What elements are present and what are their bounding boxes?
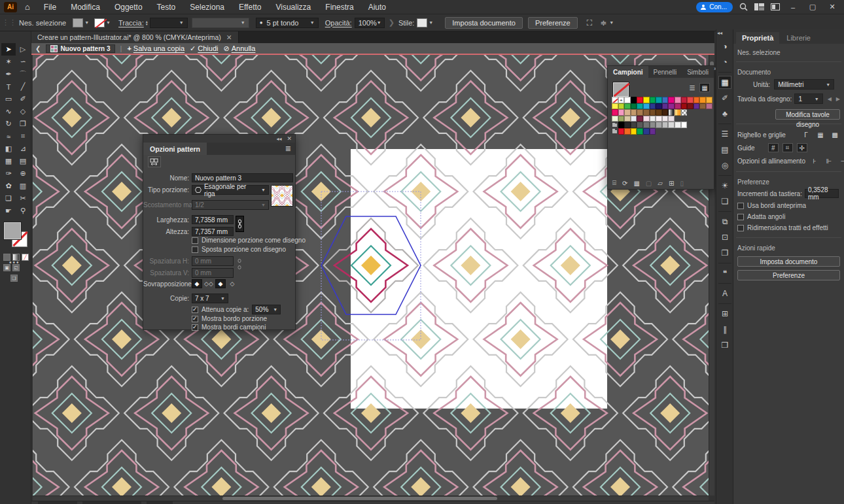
overflow-chevron[interactable]: ❯ <box>389 18 395 27</box>
slice-tool[interactable]: ✂ <box>16 192 30 205</box>
swatch[interactable] <box>618 103 625 110</box>
swatch[interactable] <box>631 103 637 110</box>
document-setup-button[interactable]: Imposta documento <box>737 256 840 267</box>
swatch[interactable] <box>675 103 681 110</box>
horizontal-scrollbar[interactable] <box>33 496 709 501</box>
pattern-tile-tool-button[interactable] <box>148 156 161 167</box>
opacity-field[interactable]: 100%▼ <box>355 18 385 28</box>
width-profile-dropdown[interactable]: ▼ <box>192 18 249 28</box>
fill-color-control[interactable]: ▼ <box>73 18 89 27</box>
pattern-options-tab[interactable]: Opzioni pattern <box>143 143 207 155</box>
eraser-tool[interactable]: ◇ <box>16 105 30 118</box>
gradient-tool[interactable]: ▤ <box>16 155 30 167</box>
free-transform-tool[interactable]: ⌗ <box>16 130 30 143</box>
curvature-tool[interactable]: ⌒ <box>16 68 30 80</box>
tile-type-dropdown[interactable]: Esagonale per riga▼ <box>192 185 269 195</box>
comments-panel-icon[interactable]: ❝ <box>718 267 731 280</box>
swatch[interactable] <box>662 122 669 128</box>
overlap-right-in-front-button[interactable]: ◇◇ <box>203 279 214 288</box>
done-link[interactable]: ✓Chiudi <box>190 44 218 53</box>
overlap-left-in-front-button[interactable]: ◆ <box>192 279 202 288</box>
hand-tool[interactable]: ☛ <box>1 205 16 217</box>
rotate-tool[interactable]: ↻ <box>1 118 16 130</box>
panel-menu-icon[interactable]: ≣ <box>285 144 295 153</box>
shaper-tool[interactable]: ∿ <box>1 105 16 118</box>
graphic-styles-panel-icon[interactable]: ❏ <box>718 195 731 208</box>
new-swatch-icon[interactable]: ⊞ <box>669 180 674 187</box>
horizontal-scroll-thumb[interactable] <box>222 497 497 500</box>
preferences-button[interactable]: Preferenze <box>737 270 840 280</box>
drag-handle[interactable]: ⋮⋮ <box>2 18 16 27</box>
swatch[interactable] <box>650 128 656 135</box>
share-button[interactable]: Con... <box>696 2 733 12</box>
swatch[interactable] <box>643 128 650 135</box>
swatch[interactable] <box>643 103 650 110</box>
show-transparency-grid-icon[interactable]: ▩ <box>830 130 840 139</box>
scale-strokes-effects-checkbox[interactable] <box>737 225 744 231</box>
swatch-pattern[interactable] <box>637 116 643 122</box>
swatch-none[interactable] <box>612 97 618 103</box>
swatch[interactable] <box>668 103 675 110</box>
swatch-gradient[interactable] <box>675 109 681 116</box>
layers-panel-icon[interactable]: ⧉ <box>718 215 731 228</box>
swatch[interactable] <box>706 103 712 110</box>
eyedropper-tool[interactable]: ✑ <box>1 167 16 180</box>
list-view-icon[interactable]: ☰ <box>687 83 697 92</box>
zoom-tool[interactable]: ⚲ <box>16 205 30 217</box>
blend-tool[interactable]: ⊕ <box>16 167 30 180</box>
swatch-pattern[interactable] <box>612 116 618 122</box>
collapse-panel-icon[interactable]: ◂◂ <box>276 136 281 142</box>
minimize-button[interactable]: – <box>786 3 800 11</box>
symbol-sprayer-tool[interactable]: ✿ <box>1 180 16 192</box>
swatch[interactable] <box>631 109 637 116</box>
pathfinder-panel-icon[interactable]: ❒ <box>718 339 731 352</box>
lasso-tool[interactable]: ∽ <box>16 56 30 68</box>
swatch-gradient[interactable] <box>668 109 675 116</box>
paintbrush-tool[interactable]: ✐ <box>16 93 30 105</box>
stroke-weight-stepper[interactable]: ▲▼ <box>145 20 149 25</box>
swatch[interactable] <box>624 128 631 135</box>
swatch[interactable] <box>637 103 643 110</box>
units-dropdown[interactable]: Millimetri▼ <box>774 79 834 90</box>
snap-grid-icon[interactable]: ⊦ <box>809 156 820 165</box>
document-tab[interactable]: Creare un pattern-Illustrator.ai* @ 800 … <box>31 31 239 43</box>
swatch[interactable] <box>631 122 637 128</box>
swatch[interactable] <box>650 109 656 116</box>
swatch[interactable] <box>662 109 669 116</box>
swatch[interactable] <box>643 109 650 116</box>
smart-guides-icon[interactable]: ✢ <box>797 143 807 152</box>
show-rulers-icon[interactable]: Γ <box>801 130 811 139</box>
color-guide-panel-icon[interactable]: ◔ <box>718 56 731 69</box>
magic-wand-tool[interactable]: ✶ <box>1 56 16 68</box>
edit-toolbar-button[interactable]: ••• <box>9 259 20 266</box>
swatch[interactable] <box>618 122 625 128</box>
swatch[interactable] <box>637 97 643 103</box>
swatch[interactable] <box>612 103 618 110</box>
swatch[interactable] <box>681 122 688 128</box>
swatch[interactable] <box>612 109 618 116</box>
swatch[interactable] <box>668 122 675 128</box>
rectangle-tool[interactable]: ▭ <box>1 93 16 105</box>
pattern-back-icon[interactable]: ❮ <box>35 45 41 52</box>
swatch[interactable] <box>706 97 712 103</box>
workspace-switcher-icon[interactable] <box>754 3 764 10</box>
transparency-panel-icon[interactable]: ◎ <box>718 159 731 172</box>
swatch-libraries-icon[interactable]: ⌸ <box>612 179 616 187</box>
tab-librerie[interactable]: Librerie <box>781 32 817 44</box>
menu-modifica[interactable]: Modifica <box>63 0 107 14</box>
swatch[interactable] <box>662 103 669 110</box>
menu-file[interactable]: File <box>37 0 63 14</box>
swatch-pattern[interactable] <box>668 116 675 122</box>
width-tool[interactable]: ≈ <box>1 130 16 143</box>
scale-tool[interactable]: ❐ <box>16 118 30 130</box>
tab-pennelli[interactable]: Pennelli <box>648 66 682 78</box>
swatch[interactable] <box>624 109 631 116</box>
pattern-name-input[interactable]: Nuovo pattern 3 <box>192 173 293 182</box>
swatch[interactable] <box>699 97 706 103</box>
perspective-grid-tool[interactable]: ⊿ <box>16 143 30 155</box>
artboard-dropdown[interactable]: 1▼ <box>794 93 822 104</box>
snap-point-icon[interactable]: ⊩ <box>824 156 834 165</box>
show-grid-icon[interactable]: ▦ <box>815 130 826 139</box>
fill-swatch[interactable] <box>73 18 83 27</box>
transform-panel-icon[interactable]: ⊞ <box>718 307 731 320</box>
